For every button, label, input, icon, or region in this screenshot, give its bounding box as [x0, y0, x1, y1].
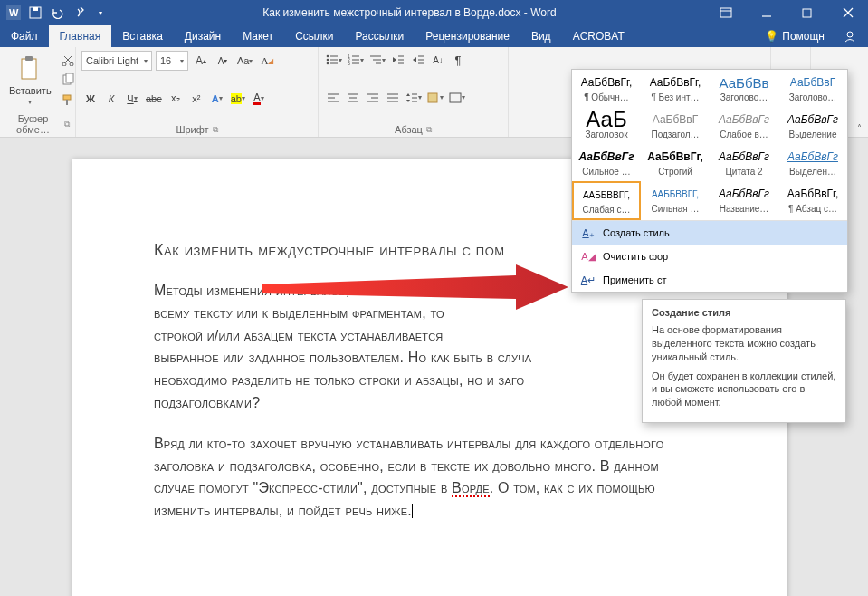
clear-formatting-item[interactable]: A◢ Очистить фор — [572, 245, 847, 268]
style-cell[interactable]: АаБбВвГг,¶ Абзац с… — [778, 181, 847, 220]
tab-view[interactable]: Вид — [520, 25, 562, 47]
cut-icon[interactable] — [59, 51, 77, 69]
font-name-combo[interactable]: Calibri Light▾ — [81, 51, 152, 71]
grow-font-icon[interactable]: A▴ — [192, 52, 210, 70]
redo-icon[interactable] — [69, 3, 89, 23]
underline-button[interactable]: Ч▾ — [123, 90, 141, 108]
tab-review[interactable]: Рецензирование — [415, 25, 520, 47]
tab-insert[interactable]: Вставка — [111, 25, 174, 47]
style-preview: АаБ — [577, 110, 636, 130]
maximize-icon[interactable] — [787, 0, 827, 25]
change-case-button[interactable]: Aa▾ — [235, 52, 254, 70]
style-cell[interactable]: АаБбВвГЗаголово… — [778, 70, 847, 107]
svg-text:W: W — [9, 7, 19, 18]
line-spacing-icon[interactable]: ▾ — [404, 89, 424, 107]
style-cell[interactable]: АаБбВвГгВыделение — [778, 107, 847, 144]
numbering-icon[interactable]: 123▾ — [346, 51, 366, 69]
shading-icon[interactable]: ▾ — [425, 89, 445, 107]
align-left-icon[interactable] — [324, 89, 342, 107]
dialog-launcher-icon[interactable]: ⧉ — [64, 120, 70, 130]
style-cell[interactable]: ААББВВГГ,Слабая с… — [572, 181, 641, 220]
doc-para-2[interactable]: Вряд ли кто-то захочет вручную устанавли… — [154, 433, 697, 523]
justify-icon[interactable] — [384, 89, 402, 107]
align-right-icon[interactable] — [364, 89, 382, 107]
bold-button[interactable]: Ж — [81, 90, 100, 108]
format-painter-icon[interactable] — [59, 91, 77, 109]
decrease-indent-icon[interactable] — [389, 51, 407, 69]
highlight-icon[interactable]: ab▾ — [229, 90, 247, 108]
style-name: Сильная … — [645, 204, 705, 214]
supertip: Создание стиля На основе форматирования … — [642, 299, 846, 423]
style-cell[interactable]: АаБбВвГгВыделен… — [778, 144, 847, 181]
apply-styles-label: Применить ст — [603, 274, 666, 285]
style-cell[interactable]: АаБбВвГг,¶ Без инт… — [641, 70, 710, 107]
svg-rect-18 — [66, 100, 68, 105]
group-font: Calibri Light▾ 16▾ A▴ A▾ Aa▾ A◢ Ж К Ч▾ a… — [76, 47, 319, 137]
subscript-button[interactable]: x₂ — [167, 90, 185, 108]
paste-button[interactable]: Вставить ▾ — [5, 53, 55, 108]
style-cell[interactable]: АаБбВвГПодзагол… — [641, 107, 710, 144]
multilevel-list-icon[interactable]: ▾ — [367, 51, 387, 69]
dialog-launcher-icon[interactable]: ⧉ — [213, 125, 218, 135]
ribbon-display-icon[interactable] — [705, 0, 746, 25]
clear-formatting-icon[interactable]: A◢ — [258, 52, 276, 70]
style-name: Выделен… — [783, 167, 843, 177]
style-cell[interactable]: АаБбВвГгСлабое в… — [710, 107, 778, 144]
text-effects-icon[interactable]: A▾ — [208, 90, 226, 108]
svg-rect-17 — [63, 95, 71, 100]
style-cell[interactable]: АаБбВвГгСильное … — [572, 144, 641, 181]
minimize-icon[interactable] — [746, 0, 787, 25]
font-size-value: 16 — [160, 55, 171, 66]
style-preview: АаБбВвГг — [577, 147, 636, 167]
italic-button[interactable]: К — [102, 90, 120, 108]
increase-indent-icon[interactable] — [409, 51, 427, 69]
doc-para-1[interactable]: Методы изменения интервалов, описанные в… — [154, 280, 697, 415]
borders-icon[interactable]: ▾ — [447, 89, 467, 107]
sort-icon[interactable]: A↓ — [429, 51, 447, 69]
lightbulb-icon: 💡 — [765, 30, 778, 43]
font-color-icon[interactable]: A▾ — [250, 90, 268, 108]
style-cell[interactable]: АаБбВвЗаголово… — [710, 70, 778, 107]
tab-mailings[interactable]: Рассылки — [344, 25, 415, 47]
copy-icon[interactable] — [59, 71, 77, 89]
superscript-button[interactable]: x² — [187, 90, 205, 108]
apply-styles-item[interactable]: A↵ Применить ст — [572, 268, 847, 292]
supertip-p1: На основе форматирования выделенного тек… — [652, 323, 836, 364]
tab-layout[interactable]: Макет — [232, 25, 284, 47]
tab-file[interactable]: Файл — [0, 25, 49, 47]
dialog-launcher-icon[interactable]: ⧉ — [426, 125, 432, 135]
word-icon[interactable]: W — [4, 3, 24, 23]
share-icon[interactable] — [832, 25, 868, 47]
style-cell[interactable]: АаБбВвГг,¶ Обычн… — [572, 70, 641, 107]
create-style-icon: A₊ — [581, 226, 596, 240]
close-icon[interactable] — [827, 0, 868, 25]
tab-acrobat[interactable]: ACROBAT — [562, 25, 635, 47]
show-marks-icon[interactable]: ¶ — [449, 51, 467, 69]
style-name: Строгий — [645, 167, 705, 177]
qat-customize-icon[interactable]: ▾ — [91, 3, 110, 23]
tab-references[interactable]: Ссылки — [284, 25, 344, 47]
align-center-icon[interactable] — [344, 89, 362, 107]
tab-design[interactable]: Дизайн — [174, 25, 232, 47]
bullets-icon[interactable]: ▾ — [324, 51, 344, 69]
save-icon[interactable] — [25, 3, 45, 23]
create-style-item[interactable]: A₊ Создать стиль — [572, 221, 847, 245]
group-clipboard-label: Буфер обме… — [5, 113, 61, 135]
style-cell[interactable]: АаБЗаголовок — [572, 107, 641, 144]
shrink-font-icon[interactable]: A▾ — [214, 52, 232, 70]
style-cell[interactable]: АаБбВвГг,Строгий — [641, 144, 710, 181]
font-size-combo[interactable]: 16▾ — [156, 51, 188, 71]
strikethrough-button[interactable]: abc — [144, 90, 164, 108]
styles-gallery-popup: АаБбВвГг,¶ Обычн…АаБбВвГг,¶ Без инт…АаБб… — [571, 69, 848, 293]
style-preview: ААББВВГГ, — [645, 184, 705, 204]
collapse-ribbon-icon[interactable]: ˄ — [852, 120, 866, 135]
style-name: Выделение — [783, 130, 843, 139]
tell-me[interactable]: 💡Помощн — [758, 25, 832, 47]
tab-home[interactable]: Главная — [49, 25, 112, 47]
style-cell[interactable]: АаБбВвГгНазвание… — [710, 181, 778, 220]
create-style-label: Создать стиль — [603, 227, 670, 238]
style-cell[interactable]: АаБбВвГгЦитата 2 — [710, 144, 778, 181]
style-cell[interactable]: ААББВВГГ,Сильная … — [641, 181, 710, 220]
undo-icon[interactable] — [47, 3, 67, 23]
svg-rect-7 — [803, 9, 811, 17]
